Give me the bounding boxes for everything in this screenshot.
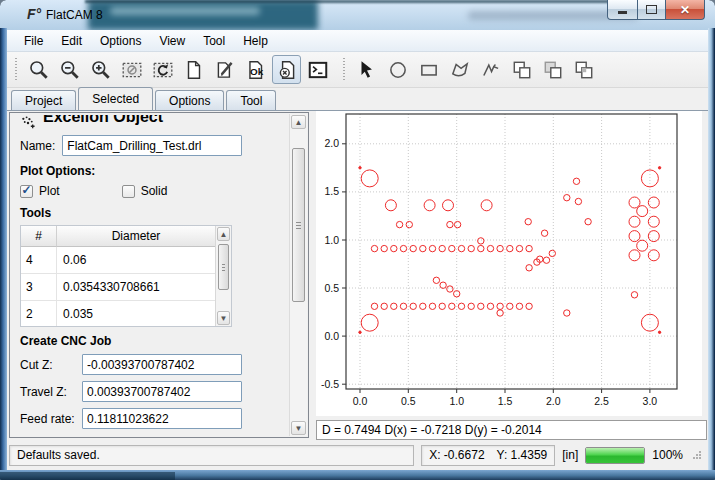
field-label: Cut Z: — [20, 358, 82, 372]
window-border-left[interactable] — [0, 28, 7, 480]
table-row[interactable]: 20.035 — [21, 301, 216, 327]
zoom-in-button[interactable] — [86, 55, 115, 84]
draw-circle-button[interactable] — [383, 55, 412, 84]
measurement-readout: D = 0.7494 D(x) = -0.7218 D(y) = -0.2014 — [316, 420, 707, 440]
tab-options[interactable]: Options — [155, 90, 224, 110]
intersect-icon — [573, 59, 595, 81]
circle-tool-icon — [387, 59, 409, 81]
clear-plot-icon — [121, 59, 143, 81]
draw-rectangle-button[interactable] — [414, 55, 443, 84]
menu-bar: FileEditOptionsViewToolHelp — [7, 30, 708, 52]
svg-text:1.5: 1.5 — [324, 185, 339, 197]
name-label: Name: — [20, 139, 55, 153]
svg-text:2.0: 2.0 — [546, 395, 561, 407]
selected-object-panel: Excellon Object Name: Plot Options: ✓ Pl… — [9, 112, 309, 438]
window-border-bottom[interactable] — [0, 470, 715, 480]
tools-table[interactable]: # Diameter 40.0630.035433070866120.035 ▲… — [20, 225, 232, 327]
zoom-fit-button[interactable] — [24, 55, 53, 84]
tab-selected[interactable]: Selected — [78, 87, 153, 110]
tool-diameter-cell: 0.06 — [57, 247, 216, 273]
zoom-out-button[interactable] — [55, 55, 84, 84]
table-row[interactable]: 40.06 — [21, 247, 216, 274]
edit-object-icon — [214, 59, 236, 81]
scroll-down-icon[interactable]: ▼ — [291, 421, 306, 435]
union-button[interactable] — [507, 55, 536, 84]
field-label: Feed rate: — [20, 412, 82, 426]
clear-plot-button[interactable] — [117, 55, 146, 84]
field-input[interactable] — [82, 408, 242, 429]
resize-grip[interactable] — [692, 450, 702, 460]
background-bleed — [110, 7, 260, 15]
maximize-button[interactable] — [638, 0, 666, 20]
menu-options[interactable]: Options — [91, 31, 150, 51]
table-row[interactable]: 30.0354330708661 — [21, 274, 216, 301]
check-icon: ✓ — [21, 184, 31, 196]
window-border-right[interactable] — [708, 28, 715, 480]
scroll-down-icon[interactable]: ▼ — [217, 311, 230, 325]
tab-bar: ProjectSelectedOptionsTool — [7, 88, 708, 110]
tools-note: Select from the tools section above — [20, 435, 290, 437]
svg-text:1.0: 1.0 — [324, 234, 339, 246]
table-scrollbar[interactable]: ▲ ▼ — [215, 226, 231, 326]
shell-button[interactable] — [303, 55, 332, 84]
tool-number-cell: 3 — [21, 274, 57, 300]
tool-number-cell: 4 — [21, 247, 57, 273]
status-message: Defaults saved. — [9, 445, 414, 466]
menu-edit[interactable]: Edit — [52, 31, 91, 51]
plot-canvas[interactable]: 0.00.51.01.52.02.53.0-0.50.00.51.01.52.0 — [316, 111, 702, 416]
panel-scrollbar-thumb[interactable] — [292, 148, 305, 302]
delete-object-button[interactable] — [272, 55, 301, 84]
zoom-out-icon — [59, 59, 81, 81]
zoom-in-icon — [90, 59, 112, 81]
progress-fill — [586, 448, 644, 463]
tools-label: Tools — [20, 206, 290, 220]
plot-checkbox[interactable]: ✓ — [20, 185, 33, 198]
x-coordinate: X: -0.6672 — [429, 448, 484, 462]
subtract-button[interactable] — [538, 55, 567, 84]
title-bar[interactable]: F° FlatCAM 8 ✕ — [0, 0, 715, 31]
table-scrollbar-thumb[interactable] — [218, 244, 229, 290]
svg-text:0.5: 0.5 — [324, 282, 339, 294]
svg-text:2.5: 2.5 — [594, 395, 609, 407]
toolbar: Ok — [7, 52, 708, 88]
menu-file[interactable]: File — [15, 31, 52, 51]
tab-project[interactable]: Project — [11, 90, 76, 110]
minimize-button[interactable] — [607, 0, 638, 20]
svg-text:1.0: 1.0 — [449, 395, 464, 407]
draw-polygon-button[interactable] — [445, 55, 474, 84]
column-header-diameter[interactable]: Diameter — [57, 226, 216, 247]
solid-checkbox[interactable] — [122, 185, 135, 198]
progress-bar — [585, 447, 645, 464]
path-tool-icon — [480, 59, 502, 81]
status-bar: Defaults saved. X: -0.6672 Y: 1.4359 [in… — [7, 440, 708, 470]
field-input[interactable] — [82, 354, 242, 375]
menu-view[interactable]: View — [150, 31, 194, 51]
name-input[interactable] — [62, 135, 242, 156]
new-file-button[interactable] — [179, 55, 208, 84]
draw-path-button[interactable] — [476, 55, 505, 84]
intersect-button[interactable] — [569, 55, 598, 84]
toolbar-drag-handle[interactable] — [15, 58, 17, 82]
pointer-tool-button[interactable] — [352, 55, 381, 84]
svg-text:3.0: 3.0 — [643, 395, 658, 407]
field-input[interactable] — [82, 381, 242, 402]
scroll-up-icon[interactable]: ▲ — [217, 227, 230, 241]
zoom-fit-icon — [28, 59, 50, 81]
flatcam-window: F° FlatCAM 8 ✕ FileEditOptionsViewToolHe… — [0, 0, 715, 480]
menu-tool[interactable]: Tool — [194, 31, 234, 51]
background-bleed — [0, 472, 175, 480]
toolbar-drag-handle[interactable] — [343, 58, 345, 82]
menu-help[interactable]: Help — [234, 31, 277, 51]
pointer-icon — [356, 59, 378, 81]
apply-ok-button[interactable]: Ok — [241, 55, 270, 84]
column-header-number[interactable]: # — [21, 226, 57, 247]
edit-object-button[interactable] — [210, 55, 239, 84]
maximize-icon — [646, 5, 657, 14]
tab-tool[interactable]: Tool — [226, 90, 276, 110]
replot-button[interactable] — [148, 55, 177, 84]
tool-diameter-cell: 0.0354330708661 — [57, 274, 216, 300]
scroll-up-icon[interactable]: ▲ — [291, 115, 306, 129]
close-button[interactable]: ✕ — [666, 0, 705, 20]
excellon-drill-icon — [20, 115, 36, 130]
panel-scrollbar[interactable]: ▲ ▼ — [289, 114, 307, 436]
